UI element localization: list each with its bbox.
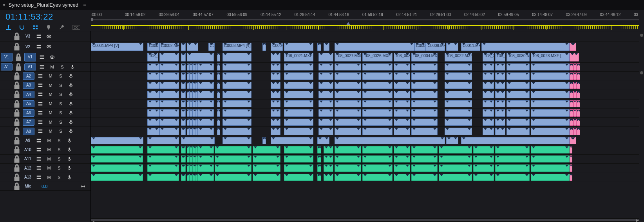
clip[interactable]	[573, 128, 577, 135]
vscroll-marker-icon[interactable]	[640, 71, 643, 74]
clip[interactable]	[223, 100, 251, 108]
clip[interactable]	[159, 109, 179, 117]
marker-icon[interactable]	[45, 24, 52, 31]
clip[interactable]	[223, 109, 251, 117]
clip[interactable]	[394, 109, 410, 117]
clip[interactable]	[195, 119, 198, 126]
clip[interactable]	[573, 63, 577, 71]
clip[interactable]	[577, 72, 580, 80]
clip[interactable]	[223, 137, 251, 144]
clip[interactable]	[483, 119, 494, 126]
clip[interactable]	[223, 53, 251, 61]
clip[interactable]	[181, 109, 186, 117]
track-lock-icon[interactable]	[12, 108, 22, 118]
clip[interactable]	[147, 164, 179, 172]
clip[interactable]	[181, 63, 186, 71]
clip[interactable]	[147, 119, 159, 126]
close-tab-icon[interactable]: ×	[2, 2, 5, 8]
clip[interactable]	[362, 109, 393, 117]
clip[interactable]	[495, 155, 530, 163]
clip[interactable]	[394, 174, 410, 181]
clip[interactable]	[181, 119, 186, 126]
clip[interactable]	[181, 128, 186, 135]
voice-over-icon[interactable]	[66, 92, 76, 97]
clip[interactable]	[495, 174, 530, 181]
clip[interactable]	[223, 91, 251, 98]
clip[interactable]	[147, 91, 159, 98]
clip[interactable]	[271, 53, 280, 61]
clip[interactable]	[573, 72, 577, 80]
clip[interactable]	[507, 119, 530, 126]
clip[interactable]	[335, 91, 362, 98]
clip[interactable]	[495, 91, 506, 98]
clip[interactable]	[481, 43, 570, 51]
clip[interactable]: 108_0031	[394, 53, 410, 61]
clip[interactable]	[394, 155, 410, 163]
clip[interactable]	[362, 100, 393, 108]
clip[interactable]	[570, 128, 573, 135]
clip[interactable]	[217, 82, 220, 89]
clip[interactable]	[192, 91, 195, 98]
solo-button[interactable]: S	[57, 65, 67, 69]
clip[interactable]	[324, 43, 329, 51]
audio-track-row[interactable]	[91, 72, 639, 81]
clip[interactable]	[411, 91, 438, 98]
clip[interactable]	[362, 91, 393, 98]
clip[interactable]	[362, 119, 393, 126]
mute-button[interactable]: M	[44, 157, 54, 161]
clip[interactable]	[317, 164, 321, 172]
clip[interactable]	[195, 82, 198, 89]
captions-icon[interactable]: CC	[72, 25, 80, 30]
clip[interactable]	[577, 82, 580, 89]
clip[interactable]	[394, 146, 410, 153]
clip[interactable]	[187, 174, 190, 181]
track-target-a11[interactable]: A11	[22, 155, 34, 164]
clip[interactable]	[147, 72, 159, 80]
snap-icon[interactable]	[19, 24, 25, 31]
clip[interactable]	[573, 91, 577, 98]
clip[interactable]	[335, 82, 362, 89]
clip[interactable]	[531, 100, 570, 108]
clip[interactable]	[495, 82, 506, 89]
clip[interactable]	[215, 146, 251, 153]
clip[interactable]	[192, 128, 195, 135]
clip[interactable]	[190, 82, 192, 89]
source-patch-a4[interactable]	[0, 90, 12, 99]
clip[interactable]	[411, 155, 438, 163]
sync-lock-icon[interactable]	[37, 54, 47, 60]
track-lock-icon[interactable]	[12, 89, 22, 99]
clip[interactable]	[473, 146, 494, 153]
clip[interactable]	[192, 72, 195, 80]
clip[interactable]	[439, 174, 472, 181]
clip[interactable]	[394, 63, 410, 71]
clip[interactable]: 108_0021.MXF [V]	[284, 53, 314, 61]
clip[interactable]	[198, 109, 214, 117]
clip[interactable]	[362, 146, 393, 153]
clip[interactable]	[195, 72, 198, 80]
clip[interactable]	[187, 53, 214, 61]
clip[interactable]	[483, 82, 494, 89]
clip[interactable]	[147, 128, 159, 135]
scrollbar-thumb[interactable]	[91, 219, 639, 221]
clip[interactable]	[411, 174, 438, 181]
clip[interactable]	[411, 128, 438, 135]
solo-button[interactable]: S	[56, 74, 66, 78]
clip[interactable]	[159, 72, 179, 80]
clip[interactable]	[473, 174, 494, 181]
clip[interactable]	[318, 119, 333, 126]
sync-lock-icon[interactable]	[35, 92, 45, 97]
clip[interactable]: C0009.MP4 [	[426, 43, 445, 51]
clip[interactable]	[362, 72, 393, 80]
clip[interactable]	[187, 63, 190, 71]
clip[interactable]	[271, 100, 280, 108]
audio-track-row[interactable]	[91, 127, 639, 136]
clip[interactable]: C0011.MP4 [	[461, 43, 480, 51]
clip[interactable]	[284, 146, 314, 153]
clip[interactable]	[190, 128, 192, 135]
clip[interactable]	[284, 91, 314, 98]
clip[interactable]	[187, 91, 190, 98]
clip[interactable]	[217, 72, 220, 80]
clip[interactable]	[570, 82, 573, 89]
mute-button[interactable]: M	[45, 110, 56, 115]
clip[interactable]: 108_0	[495, 53, 506, 61]
